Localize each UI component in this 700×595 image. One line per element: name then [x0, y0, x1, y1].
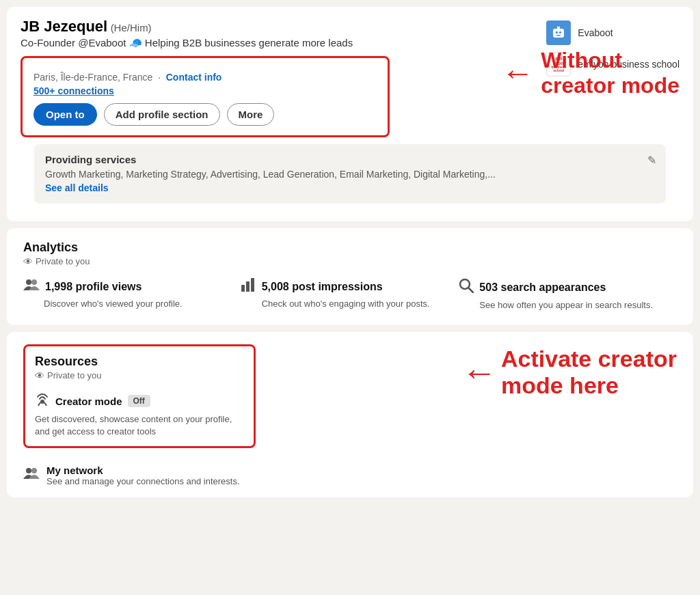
svg-point-7	[26, 279, 31, 285]
resources-title: Resources	[35, 355, 244, 369]
svg-point-6	[558, 25, 560, 27]
creator-mode-label: Creator mode	[55, 396, 122, 407]
services-text: Growth Marketing, Marketing Strategy, Ad…	[45, 168, 655, 182]
profile-info: JB Jezequel (He/Him) Co-Founder @Evaboot…	[21, 18, 390, 137]
evaboot-name: Evaboot	[578, 27, 612, 38]
services-title: Providing services	[45, 154, 655, 165]
add-profile-section-button[interactable]: Add profile section	[104, 103, 220, 126]
profile-views-desc: Discover who's viewed your profile.	[23, 298, 228, 310]
analytics-grid: 1,998 profile views Discover who's viewe…	[23, 278, 677, 312]
profile-views-value: 1,998 profile views	[45, 281, 142, 293]
people-icon	[23, 278, 40, 296]
annotation-top-text: Withoutcreator mode	[541, 48, 679, 98]
more-button[interactable]: More	[227, 103, 275, 126]
svg-line-13	[469, 288, 474, 292]
post-impressions-stat: 5,008 post impressions	[241, 278, 446, 296]
profile-card: JB Jezequel (He/Him) Co-Founder @Evaboot…	[7, 7, 693, 221]
eye-icon-resources: 👁	[35, 370, 44, 381]
annotation-bottom-text: Activate creatormode here	[501, 346, 677, 399]
post-impressions-value: 5,008 post impressions	[262, 281, 383, 293]
creator-mode-row[interactable]: Creator mode Off	[35, 392, 244, 411]
without-creator-mode-annotation: ← Withoutcreator mode	[501, 48, 679, 98]
svg-rect-9	[241, 285, 245, 292]
svg-rect-3	[559, 31, 561, 33]
contact-info-link[interactable]: Contact info	[166, 72, 222, 83]
providing-services-section: Providing services Growth Marketing, Mar…	[34, 144, 666, 204]
analytics-card: Analytics 👁 Private to you 1,998 profile…	[7, 228, 693, 325]
profile-views-stat: 1,998 profile views	[23, 278, 228, 296]
search-appearances-desc: See how often you appear in search resul…	[459, 299, 663, 312]
open-to-button[interactable]: Open to	[33, 103, 97, 126]
network-desc: See and manage your connections and inte…	[46, 476, 240, 486]
search-appearances-stat: 503 search appearances	[459, 278, 663, 297]
search-icon	[459, 278, 474, 297]
analytics-search-appearances[interactable]: 503 search appearances See how often you…	[459, 278, 677, 312]
svg-rect-11	[251, 278, 254, 292]
analytics-post-impressions[interactable]: 5,008 post impressions Check out who's e…	[241, 278, 459, 312]
svg-point-16	[31, 468, 37, 473]
eye-icon: 👁	[23, 256, 33, 267]
bar-chart-icon	[241, 278, 256, 296]
network-icon	[23, 467, 40, 484]
location-text: Paris, Île-de-France, France	[33, 72, 152, 83]
activate-creator-mode-annotation: ← Activate creatormode here	[461, 346, 677, 399]
network-title: My network	[46, 465, 240, 476]
profile-name: JB Jezequel (He/Him)	[21, 18, 390, 36]
analytics-private-label: 👁 Private to you	[23, 256, 677, 267]
search-appearances-value: 503 search appearances	[479, 281, 606, 294]
pronouns-text: (He/Him)	[111, 22, 152, 33]
post-impressions-desc: Check out who's engaging with your posts…	[241, 298, 446, 310]
my-network-row[interactable]: My network See and manage your connectio…	[23, 458, 256, 486]
arrow-left-big-icon: ←	[461, 355, 497, 390]
action-section-highlighted: Paris, Île-de-France, France · Contact i…	[21, 56, 390, 137]
headline-text: Co-Founder @Evaboot 🧢 Helping B2B busine…	[21, 37, 376, 49]
see-all-details-link[interactable]: See all details	[45, 182, 109, 193]
svg-point-15	[26, 468, 31, 473]
resources-highlighted-box: Resources 👁 Private to you	[23, 344, 256, 448]
connections-link[interactable]: 500+ connections	[33, 85, 377, 96]
action-buttons-row: Open to Add profile section More	[33, 103, 377, 126]
resources-private-label: 👁 Private to you	[35, 370, 244, 381]
analytics-private-text: Private to you	[36, 256, 90, 266]
creator-mode-status-badge: Off	[128, 395, 150, 407]
resources-card: Resources 👁 Private to you	[7, 332, 693, 497]
evaboot-logo-svg	[548, 23, 569, 43]
svg-rect-4	[556, 35, 561, 36]
svg-rect-1	[553, 29, 564, 38]
company-evaboot: Evaboot	[546, 20, 612, 45]
creator-mode-desc: Get discovered, showcase content on your…	[35, 413, 244, 438]
name-text: JB Jezequel	[21, 18, 107, 35]
resources-private-text: Private to you	[47, 370, 102, 380]
analytics-profile-views[interactable]: 1,998 profile views Discover who's viewe…	[23, 278, 241, 312]
svg-rect-10	[246, 281, 250, 292]
resources-section: Resources 👁 Private to you	[23, 344, 256, 486]
location-row: Paris, Île-de-France, France · Contact i…	[33, 72, 377, 83]
broadcast-icon	[35, 392, 50, 411]
network-info: My network See and manage your connectio…	[46, 465, 240, 486]
edit-icon[interactable]: ✎	[647, 154, 656, 167]
evaboot-logo	[546, 20, 571, 45]
analytics-title: Analytics	[23, 240, 677, 255]
svg-point-8	[31, 279, 37, 285]
arrow-left-icon: ←	[501, 57, 534, 89]
svg-rect-2	[556, 31, 558, 33]
